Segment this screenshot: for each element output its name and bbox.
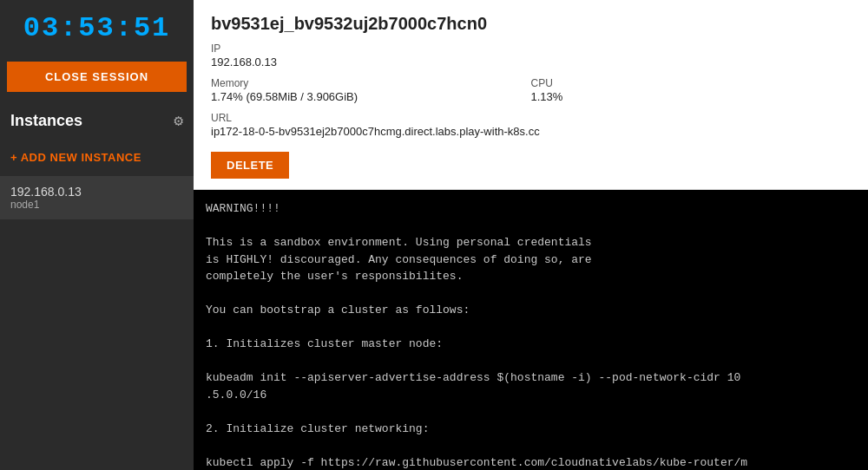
instance-ip: 192.168.0.13 <box>10 185 183 199</box>
instances-header: Instances ⚙ <box>0 99 194 139</box>
gear-icon[interactable]: ⚙ <box>174 111 183 130</box>
close-session-button[interactable]: CLOSE SESSION <box>7 62 187 92</box>
url-label: URL <box>211 112 851 124</box>
url-value: ip172-18-0-5-bv9531ej2b7000c7hcmg.direct… <box>211 125 851 138</box>
instance-item[interactable]: 192.168.0.13 node1 <box>0 176 194 219</box>
instance-name: node1 <box>10 199 183 211</box>
cpu-value-section: CPU 1.13% <box>531 77 852 108</box>
terminal[interactable]: WARNING!!!! This is a sandbox environmen… <box>194 190 868 470</box>
main-content: bv9531ej_bv9532uj2b7000c7hcn0 IP 192.168… <box>194 0 868 470</box>
cpu-value: 1.13% <box>531 90 852 103</box>
memory-section: Memory 1.74% (69.58MiB / 3.906GiB) <box>211 77 531 108</box>
memory-label: Memory <box>211 77 531 89</box>
ip-label: IP <box>211 42 531 55</box>
ip-section: IP 192.168.0.13 <box>211 42 531 74</box>
memory-value: 1.74% (69.58MiB / 3.906GiB) <box>211 90 531 103</box>
add-new-instance-button[interactable]: + ADD NEW INSTANCE <box>0 139 194 176</box>
sidebar: 03:53:51 CLOSE SESSION Instances ⚙ + ADD… <box>0 0 194 470</box>
url-section: URL ip172-18-0-5-bv9531ej2b7000c7hcmg.di… <box>211 112 851 143</box>
instances-title: Instances <box>10 112 82 130</box>
details-grid: IP 192.168.0.13 Memory 1.74% (69.58MiB /… <box>211 42 851 143</box>
instance-id: bv9531ej_bv9532uj2b7000c7hcn0 <box>211 14 851 34</box>
instance-details: bv9531ej_bv9532uj2b7000c7hcn0 IP 192.168… <box>194 0 868 190</box>
cpu-section <box>531 42 852 74</box>
timer: 03:53:51 <box>0 0 194 55</box>
cpu-label: CPU <box>531 77 852 89</box>
delete-button[interactable]: DELETE <box>211 152 289 179</box>
ip-value: 192.168.0.13 <box>211 55 531 69</box>
